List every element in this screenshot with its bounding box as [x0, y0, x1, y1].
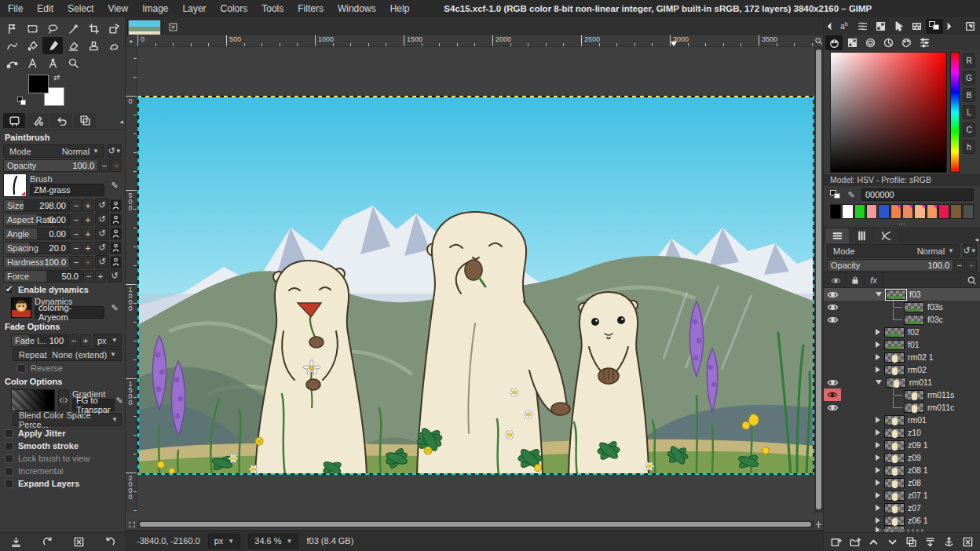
- expand-icon[interactable]: [876, 492, 880, 498]
- anchor-button[interactable]: [941, 535, 956, 550]
- menu-select[interactable]: Select: [68, 3, 93, 14]
- expand-icon[interactable]: [876, 505, 880, 511]
- brush-chooser[interactable]: Brush ZM-grass ✎: [3, 173, 122, 198]
- save-preset-button[interactable]: [8, 535, 24, 550]
- decrease-button[interactable]: −: [83, 270, 94, 283]
- bucket-fill-tool[interactable]: [22, 37, 42, 54]
- layer-thumbnail[interactable]: [884, 465, 905, 476]
- canvas-viewport[interactable]: [137, 47, 814, 513]
- reset-icon[interactable]: ↺: [95, 227, 109, 240]
- fg-bg-colors[interactable]: ⇄: [22, 73, 123, 111]
- default-colors-icon[interactable]: [17, 97, 27, 106]
- watercolor-tab[interactable]: [861, 35, 879, 50]
- visibility-toggle[interactable]: [824, 426, 841, 439]
- lower-layer-button[interactable]: [885, 535, 901, 550]
- increase-button[interactable]: +: [82, 228, 93, 240]
- dock-collapse-icon[interactable]: ◂: [119, 116, 123, 126]
- fx-icon[interactable]: fx: [865, 273, 883, 287]
- warp-tool[interactable]: [2, 37, 22, 54]
- layer-row-z07[interactable]: z07: [824, 502, 980, 514]
- layer-thumbnail[interactable]: [884, 327, 905, 338]
- increase-button[interactable]: +: [82, 213, 93, 226]
- layer-row-f01[interactable]: f01: [824, 338, 980, 351]
- layer-row-rm02[interactable]: rm02: [824, 363, 980, 376]
- new-group-button[interactable]: [847, 535, 863, 550]
- expand-icon[interactable]: [876, 429, 880, 436]
- saturation-value-square[interactable]: [830, 52, 947, 173]
- history-swatch-7[interactable]: [914, 204, 925, 219]
- layer-opacity-increase-button[interactable]: +: [966, 259, 977, 272]
- menu-image[interactable]: Image: [142, 3, 168, 14]
- layer-thumbnail[interactable]: [904, 390, 924, 400]
- fade-length-slider[interactable]: Fade l... 100: [11, 334, 68, 347]
- delete-layer-button[interactable]: [960, 535, 975, 550]
- fg-bg-color-tab[interactable]: [926, 19, 943, 34]
- dynamics-link-icon[interactable]: [110, 228, 122, 240]
- gradients-tab[interactable]: [908, 19, 925, 34]
- transform-tool[interactable]: [104, 20, 124, 37]
- opacity-decrease-button[interactable]: −: [99, 159, 110, 172]
- visibility-toggle[interactable]: [824, 464, 841, 476]
- dock-collapse-icon[interactable]: ◂: [975, 234, 978, 243]
- fade-increase-button[interactable]: +: [80, 334, 91, 347]
- menu-layer[interactable]: Layer: [183, 3, 207, 14]
- hardness-slider[interactable]: Hardness100.0: [3, 256, 70, 268]
- brush-thumbnail[interactable]: [3, 173, 27, 197]
- reset-icon[interactable]: ↺: [95, 213, 109, 226]
- vertical-scrollbar[interactable]: [814, 47, 823, 513]
- channel-button-h[interactable]: h: [963, 140, 975, 154]
- history-swatch-4[interactable]: [878, 204, 889, 219]
- decrease-button[interactable]: −: [71, 199, 82, 212]
- layer-thumbnail[interactable]: [884, 428, 905, 438]
- visibility-toggle[interactable]: [824, 514, 841, 527]
- force-slider[interactable]: Force50.0: [3, 270, 82, 283]
- edit-dynamics-icon[interactable]: ✎: [108, 301, 122, 314]
- layer-thumbnail[interactable]: [884, 453, 905, 463]
- channels-tab[interactable]: [850, 228, 873, 243]
- layer-row-z06-1[interactable]: z06 1: [824, 514, 980, 527]
- visibility-toggle[interactable]: [824, 313, 841, 326]
- brushes-tab[interactable]: [854, 19, 871, 34]
- layer-thumbnail[interactable]: [884, 352, 905, 363]
- reverse-checkbox[interactable]: Reverse: [14, 362, 123, 374]
- dock-next-button[interactable]: [944, 19, 953, 34]
- decrease-button[interactable]: −: [71, 213, 82, 226]
- unit-select[interactable]: px▼: [208, 534, 241, 549]
- revert-button[interactable]: [39, 535, 55, 550]
- crop-tool[interactable]: [83, 20, 104, 37]
- layer-thumbnail[interactable]: [884, 440, 905, 451]
- paint-mode-select[interactable]: Mode Normal▼: [3, 144, 104, 158]
- layer-thumbnail[interactable]: [904, 403, 924, 413]
- horizontal-scrollbar-thumb[interactable]: [140, 522, 811, 527]
- visibility-toggle[interactable]: [824, 301, 841, 313]
- visibility-toggle[interactable]: [824, 489, 841, 502]
- gradient-chooser[interactable]: Gradient FG to Transpar ✎: [11, 389, 122, 412]
- layer-thumbnail[interactable]: [884, 503, 905, 513]
- history-swatch-3[interactable]: [866, 204, 877, 219]
- channel-button-B[interactable]: B: [963, 88, 975, 102]
- history-swatch-10[interactable]: [950, 204, 961, 219]
- menu-tools[interactable]: Tools: [261, 3, 283, 14]
- lock-icon[interactable]: [846, 273, 865, 287]
- collapse-icon[interactable]: [876, 380, 882, 385]
- layer-thumbnail[interactable]: [884, 340, 905, 350]
- paintbrush-tool[interactable]: [42, 37, 63, 54]
- image-tab[interactable]: [127, 19, 162, 35]
- hue-strip[interactable]: [950, 52, 960, 173]
- checkbox-smooth-stroke[interactable]: Smooth stroke: [2, 440, 123, 452]
- visibility-toggle[interactable]: [824, 376, 841, 389]
- visibility-toggle[interactable]: [824, 401, 841, 414]
- layer-row-z09[interactable]: z09: [824, 451, 980, 464]
- visibility-toggle[interactable]: [824, 502, 841, 514]
- paths-tool[interactable]: [2, 54, 22, 71]
- dynamics-thumbnail[interactable]: [11, 297, 31, 318]
- layer-thumbnail[interactable]: [884, 415, 905, 425]
- blend-color-space-select[interactable]: Blend Color Space Perce... ▼: [13, 413, 122, 426]
- layer-opacity-slider[interactable]: Opacity 100.0: [827, 259, 953, 272]
- lock-visibility-icon[interactable]: [827, 273, 846, 287]
- visibility-toggle[interactable]: [824, 338, 841, 351]
- layer-thumbnail[interactable]: [904, 315, 924, 325]
- reset-icon[interactable]: ↺: [95, 199, 109, 212]
- merge-down-button[interactable]: [922, 535, 938, 550]
- clone-tool[interactable]: [83, 37, 104, 54]
